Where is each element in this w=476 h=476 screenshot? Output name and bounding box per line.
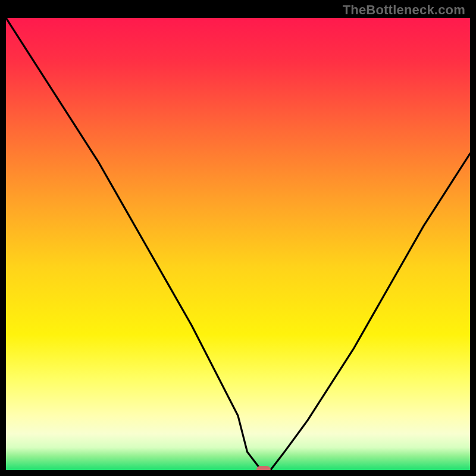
plot-background (6, 18, 470, 470)
chart-frame: TheBottleneck.com (0, 0, 476, 476)
bottleneck-chart (6, 18, 470, 470)
watermark-text: TheBottleneck.com (343, 2, 465, 18)
minimum-marker (256, 466, 271, 470)
